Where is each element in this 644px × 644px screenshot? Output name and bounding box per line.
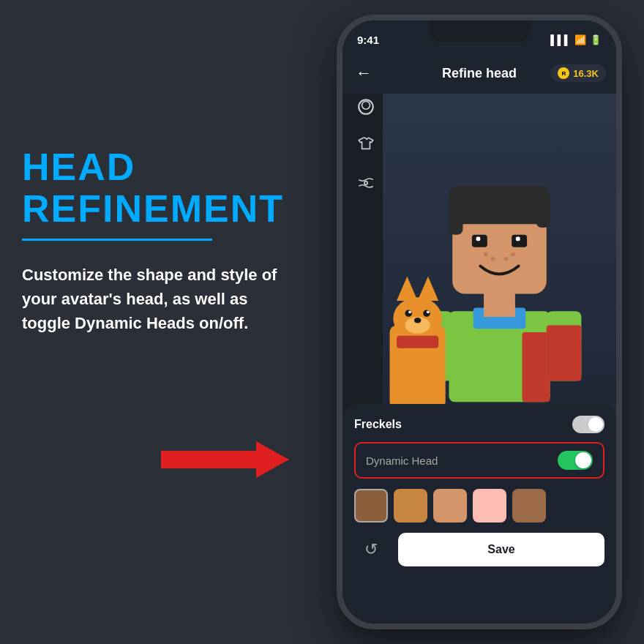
swatches-row [354,489,604,523]
signal-icon: ▌▌▌ [550,34,571,45]
svg-rect-16 [512,235,527,247]
dynamic-head-toggle[interactable] [558,451,593,470]
svg-rect-17 [476,236,481,241]
svg-rect-13 [449,192,463,234]
icon-sidebar [353,94,379,196]
swatch-1[interactable] [354,489,388,523]
svg-rect-29 [397,336,438,348]
svg-rect-5 [522,332,550,402]
svg-rect-14 [536,192,550,228]
swatch-3[interactable] [433,489,467,523]
save-row: ↺ Save [354,533,604,566]
save-button[interactable]: Save [398,533,604,566]
svg-point-22 [511,252,515,256]
status-time: 9:41 [357,34,379,46]
bow-sidebar-icon[interactable] [353,170,379,196]
phone-frame: 9:41 ▌▌▌ 📶 🔋 ← Refine head R 16.3K [337,15,622,629]
status-icons: ▌▌▌ 📶 🔋 [550,34,602,45]
dynamic-head-label: Dynamic Head [366,454,438,467]
freckels-row: Freckels [354,416,604,433]
svg-point-28 [414,318,422,323]
svg-marker-34 [161,441,289,478]
svg-rect-15 [472,235,487,247]
wifi-icon: 📶 [574,34,586,45]
freckels-toggle[interactable] [572,416,604,433]
red-arrow [161,438,293,484]
svg-point-20 [491,257,495,261]
svg-point-19 [484,252,488,256]
header-title: Refine head [442,66,517,81]
bottom-panel: Freckels Dynamic Head ↺ Save [342,404,616,624]
svg-point-31 [423,310,430,317]
back-button[interactable]: ← [356,64,372,83]
refresh-button[interactable]: ↺ [354,533,388,566]
swatch-4[interactable] [473,489,506,523]
swatch-5[interactable] [512,489,546,523]
shirt-sidebar-icon[interactable] [353,132,379,158]
coin-badge: R 16.3K [550,64,606,82]
svg-point-1 [362,101,370,109]
svg-point-2 [364,181,367,184]
freckels-label: Freckels [354,418,402,431]
avatar-area [383,94,616,452]
phone-notch [428,20,531,42]
heading-underline [22,239,212,241]
battery-icon: 🔋 [590,34,602,45]
description-text: Customize the shape and style of your av… [22,263,300,335]
svg-rect-18 [516,236,520,241]
svg-rect-12 [449,186,550,224]
swatch-2[interactable] [394,489,427,523]
svg-point-33 [427,310,430,313]
coin-icon: R [558,67,569,79]
coin-amount: 16.3K [573,68,599,79]
dynamic-head-row: Dynamic Head [354,442,604,479]
heading-line2: REFINEMENT [22,188,300,230]
svg-point-21 [504,257,509,261]
svg-point-32 [408,310,411,313]
head-sidebar-icon[interactable] [353,94,379,120]
app-header: ← Refine head R 16.3K [342,53,616,94]
heading-line1: HEAD [22,146,300,188]
svg-point-30 [405,310,412,317]
svg-rect-9 [547,325,582,381]
phone-wrapper: 9:41 ▌▌▌ 📶 🔋 ← Refine head R 16.3K [337,15,622,629]
left-panel: HEAD REFINEMENT Customize the shape and … [22,146,300,335]
